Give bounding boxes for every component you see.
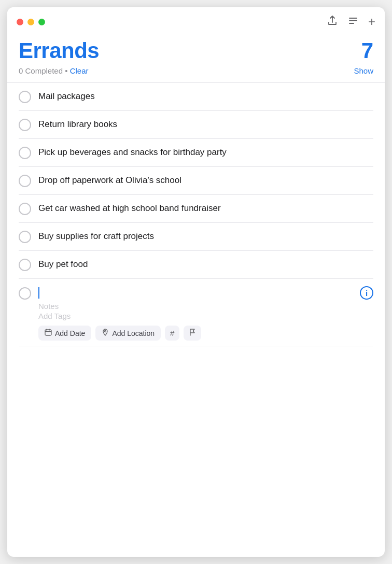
list-item: Get car washed at high school band fundr… [19, 195, 373, 223]
list-item: Buy supplies for craft projects [19, 223, 373, 251]
minimize-button[interactable] [27, 19, 34, 25]
list-item: Mail packages [19, 83, 373, 111]
task-text-7: Buy pet food [38, 258, 373, 271]
completed-count: 0 Completed [19, 66, 63, 75]
calendar-icon [45, 329, 52, 337]
tag-icon: # [170, 329, 174, 337]
task-text-2: Return library books [38, 118, 373, 131]
header-row: Errands 7 [19, 38, 373, 63]
task-checkbox-3[interactable] [19, 147, 31, 159]
list-item: Buy pet food [19, 251, 373, 279]
task-input-row[interactable] [38, 287, 353, 299]
task-text-5: Get car washed at high school band fundr… [38, 202, 373, 215]
app-window: + Errands 7 0 Completed • Clear Show Mai… [7, 7, 385, 557]
task-checkbox-4[interactable] [19, 175, 31, 187]
flag-icon [189, 329, 196, 337]
tags-placeholder[interactable]: Add Tags [38, 312, 373, 320]
svg-rect-0 [349, 18, 357, 19]
item-count: 7 [361, 38, 373, 63]
close-button[interactable] [17, 19, 23, 25]
add-tag-button[interactable]: # [165, 326, 179, 341]
completed-row: 0 Completed • Clear Show [19, 66, 373, 75]
traffic-lights [17, 19, 45, 25]
info-button[interactable]: i [360, 286, 373, 300]
share-icon[interactable] [327, 15, 338, 29]
add-icon[interactable]: + [368, 15, 375, 29]
content-area: Errands 7 0 Completed • Clear Show Mail … [7, 33, 385, 557]
task-list: Mail packages Return library books Pick … [19, 83, 373, 346]
text-cursor [38, 287, 39, 299]
show-button[interactable]: Show [354, 66, 373, 75]
svg-rect-2 [349, 23, 354, 24]
add-date-label: Add Date [55, 329, 85, 337]
task-checkbox-7[interactable] [19, 259, 31, 271]
new-task-top: i [19, 286, 373, 300]
clear-button[interactable]: Clear [70, 66, 89, 75]
titlebar-actions: + [327, 15, 375, 29]
location-icon [102, 329, 109, 337]
task-checkbox-2[interactable] [19, 119, 31, 131]
list-view-icon[interactable] [347, 15, 359, 29]
list-item: Return library books [19, 111, 373, 139]
task-text-6: Buy supplies for craft projects [38, 230, 373, 243]
add-location-label: Add Location [112, 329, 155, 337]
task-action-buttons: Add Date Add Location # [38, 326, 373, 341]
task-checkbox-6[interactable] [19, 231, 31, 243]
titlebar: + [7, 7, 385, 33]
list-item: Drop off paperwork at Olivia's school [19, 167, 373, 195]
add-location-button[interactable]: Add Location [95, 326, 161, 341]
task-checkbox-1[interactable] [19, 91, 31, 103]
list-item: Pick up beverages and snacks for birthda… [19, 139, 373, 167]
separator: • [65, 66, 69, 75]
add-flag-button[interactable] [184, 326, 201, 341]
task-text-3: Pick up beverages and snacks for birthda… [38, 146, 373, 159]
svg-point-4 [105, 331, 106, 332]
svg-rect-1 [349, 20, 357, 21]
task-text-4: Drop off paperwork at Olivia's school [38, 174, 373, 187]
fullscreen-button[interactable] [38, 19, 45, 25]
svg-rect-3 [45, 330, 51, 335]
add-date-button[interactable]: Add Date [38, 326, 91, 341]
list-title: Errands [19, 38, 99, 63]
task-text-1: Mail packages [38, 90, 373, 103]
new-task-checkbox[interactable] [19, 287, 31, 300]
completed-text: 0 Completed • Clear [19, 66, 89, 75]
notes-placeholder[interactable]: Notes [38, 302, 373, 311]
task-checkbox-5[interactable] [19, 203, 31, 215]
new-task-item: i Notes Add Tags Add Date [19, 279, 373, 346]
